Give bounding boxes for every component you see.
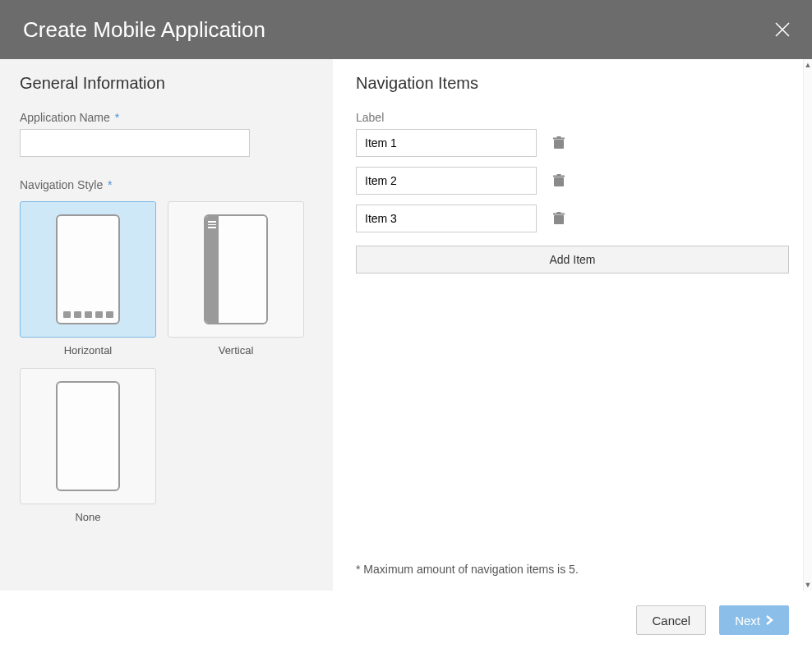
vertical-scrollbar[interactable]: ▲ ▼ bbox=[803, 59, 812, 591]
nav-item-row bbox=[356, 205, 789, 232]
phone-horizontal-icon bbox=[56, 214, 120, 324]
nav-item-row bbox=[356, 167, 789, 195]
svg-rect-8 bbox=[554, 215, 564, 224]
next-button[interactable]: Next bbox=[719, 605, 789, 635]
dialog-footer: Cancel Next bbox=[0, 591, 812, 653]
navigation-items-heading: Navigation Items bbox=[356, 74, 789, 93]
create-mobile-app-dialog: Create Mobile Application General Inform… bbox=[0, 0, 812, 653]
nav-item-row bbox=[356, 129, 789, 157]
required-mark: * bbox=[108, 178, 112, 191]
dialog-title: Create Mobile Application bbox=[23, 17, 265, 43]
dialog-body: General Information Application Name * N… bbox=[0, 59, 812, 591]
delete-item-button[interactable] bbox=[551, 136, 566, 150]
svg-rect-7 bbox=[557, 174, 561, 176]
nav-item-input[interactable] bbox=[356, 129, 537, 157]
navigation-style-options: Horizontal Vertical bbox=[20, 201, 316, 523]
nav-style-horizontal[interactable] bbox=[20, 201, 156, 338]
chevron-right-icon bbox=[765, 614, 773, 626]
trash-icon bbox=[553, 136, 565, 149]
nav-style-vertical[interactable] bbox=[168, 201, 304, 338]
svg-rect-2 bbox=[554, 140, 564, 149]
next-button-label: Next bbox=[735, 614, 760, 628]
application-name-label: Application Name * bbox=[20, 111, 313, 124]
required-mark: * bbox=[115, 111, 119, 124]
label-column-header: Label bbox=[356, 111, 789, 124]
max-items-note: * Maximum amount of navigation items is … bbox=[356, 563, 789, 576]
svg-rect-5 bbox=[554, 177, 564, 186]
nav-style-none[interactable] bbox=[20, 368, 156, 504]
svg-rect-4 bbox=[557, 136, 561, 138]
phone-none-icon bbox=[56, 381, 120, 491]
trash-icon bbox=[553, 212, 565, 225]
dialog-titlebar: Create Mobile Application bbox=[0, 0, 812, 59]
delete-item-button[interactable] bbox=[551, 211, 566, 226]
nav-item-input[interactable] bbox=[356, 167, 537, 195]
delete-item-button[interactable] bbox=[551, 173, 566, 188]
nav-item-input[interactable] bbox=[356, 205, 537, 232]
scroll-down-icon: ▼ bbox=[805, 579, 812, 591]
scroll-up-icon: ▲ bbox=[805, 59, 812, 71]
general-information-pane: General Information Application Name * N… bbox=[0, 59, 333, 591]
phone-vertical-icon bbox=[204, 214, 268, 324]
svg-rect-10 bbox=[557, 212, 561, 214]
cancel-button[interactable]: Cancel bbox=[636, 605, 706, 635]
add-item-button[interactable]: Add Item bbox=[356, 246, 789, 274]
close-button[interactable] bbox=[771, 18, 794, 41]
nav-style-horizontal-label: Horizontal bbox=[64, 344, 113, 356]
application-name-input[interactable] bbox=[20, 129, 250, 157]
nav-style-none-label: None bbox=[75, 511, 100, 523]
trash-icon bbox=[553, 174, 565, 187]
navigation-items-pane: Navigation Items Label bbox=[333, 59, 812, 591]
close-icon bbox=[774, 21, 791, 38]
nav-style-vertical-label: Vertical bbox=[219, 344, 254, 356]
navigation-style-label: Navigation Style * bbox=[20, 178, 313, 191]
general-info-heading: General Information bbox=[20, 74, 313, 93]
